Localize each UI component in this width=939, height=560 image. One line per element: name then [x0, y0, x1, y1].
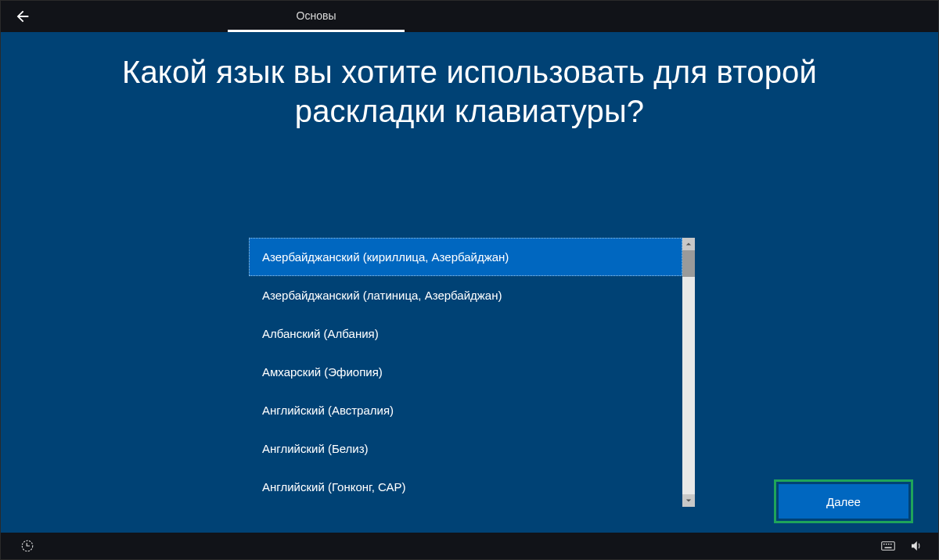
back-button[interactable]	[1, 1, 45, 32]
top-bar: Основы	[1, 1, 938, 32]
scroll-down-button[interactable]	[682, 494, 695, 507]
oobe-window: Основы Какой язык вы хотите использовать…	[0, 0, 939, 560]
chevron-up-icon	[685, 241, 692, 247]
keyboard-language-list: Азербайджанский (кириллица, Азербайджан)…	[249, 238, 695, 507]
next-button-highlight: Далее	[774, 479, 913, 523]
scrollbar[interactable]	[682, 238, 695, 507]
chevron-down-icon	[685, 497, 692, 504]
language-option-label: Английский (Австралия)	[262, 404, 394, 417]
svg-rect-2	[883, 544, 885, 545]
svg-rect-5	[890, 544, 892, 545]
keyboard-icon	[881, 539, 895, 553]
language-option[interactable]: Английский (Белиз)	[249, 429, 682, 468]
language-option[interactable]: Амхарский (Эфиопия)	[249, 353, 682, 391]
scroll-track[interactable]	[682, 250, 695, 494]
volume-icon	[909, 539, 923, 553]
page-title-line2: раскладки клавиатуры?	[295, 94, 645, 128]
bottom-bar	[1, 533, 938, 559]
language-list-viewport[interactable]: Азербайджанский (кириллица, Азербайджан)…	[249, 238, 682, 507]
main-panel: Какой язык вы хотите использовать для вт…	[1, 32, 938, 533]
language-option-label: Английский (Белиз)	[262, 442, 369, 455]
svg-rect-3	[886, 544, 887, 545]
language-option-label: Азербайджанский (латиница, Азербайджан)	[262, 289, 502, 302]
svg-rect-6	[885, 547, 892, 549]
page-title: Какой язык вы хотите использовать для вт…	[1, 32, 938, 131]
tab-basics[interactable]: Основы	[228, 1, 405, 32]
svg-rect-1	[882, 542, 895, 551]
language-option[interactable]: Азербайджанский (латиница, Азербайджан)	[249, 276, 682, 314]
language-option[interactable]: Албанский (Албания)	[249, 314, 682, 353]
scroll-thumb[interactable]	[682, 250, 695, 277]
ease-of-access-button[interactable]	[13, 533, 41, 559]
tab-basics-label: Основы	[297, 9, 336, 22]
language-option[interactable]: Азербайджанский (кириллица, Азербайджан)	[249, 238, 682, 276]
language-option-label: Азербайджанский (кириллица, Азербайджан)	[262, 250, 509, 264]
language-option[interactable]: Английский (Гонконг, САР)	[249, 468, 682, 506]
page-title-line1: Какой язык вы хотите использовать для вт…	[122, 55, 817, 89]
next-button[interactable]: Далее	[779, 484, 908, 519]
language-option[interactable]: Английский (Австралия)	[249, 391, 682, 429]
ease-of-access-icon	[20, 539, 34, 553]
scroll-up-button[interactable]	[682, 238, 695, 250]
back-arrow-icon	[14, 8, 31, 25]
language-option-label: Албанский (Албания)	[262, 327, 379, 340]
on-screen-keyboard-button[interactable]	[874, 533, 902, 559]
next-button-label: Далее	[826, 495, 861, 508]
svg-rect-4	[888, 544, 890, 545]
language-option-label: Английский (Гонконг, САР)	[262, 480, 406, 494]
volume-button[interactable]	[902, 533, 930, 559]
language-option-label: Амхарский (Эфиопия)	[262, 365, 383, 379]
